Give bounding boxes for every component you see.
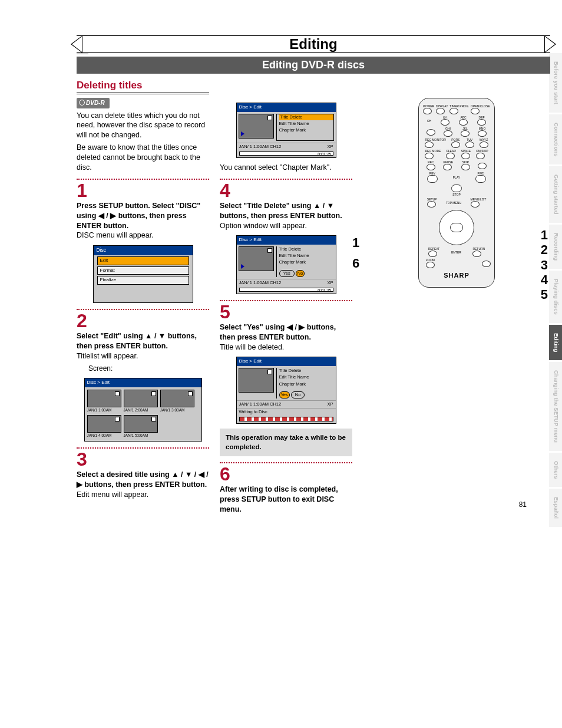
osd-breadcrumb: Disc > Edit [237,357,336,366]
remote-num-7 [451,141,460,148]
remote-label-display: DISPLAY [436,105,448,108]
remote-num-5 [461,130,470,137]
remote-rev [427,175,438,183]
remote-display-button [436,108,445,114]
step-number-1: 1 [77,181,209,200]
osd-writing: Writing to Disc [239,409,267,415]
titlelist-cell: JAN/1 5:00AM [124,415,158,439]
step5-result: Title will be deleted. [220,343,284,351]
remote-open-button [471,108,480,114]
remote-callouts-left: 1 6 [352,232,359,274]
column-left: DVD-R You can delete titles which you do… [77,98,209,500]
remote-num-6 [478,130,487,137]
column-remote: 1 6 1 2 3 4 5 POWER DISPLAY TIMER PROG. … [363,98,550,288]
step-divider [220,462,352,463]
remote-label-enter: ENTER [451,251,461,254]
page-title-bar: Editing [77,35,550,53]
remote-ch-up [427,129,435,136]
osd-time: 0:01:25 [318,151,331,157]
osd-breadcrumb: Disc > Edit [237,236,336,245]
remote-power-button [423,108,432,114]
osd-progress-bar: 0:01:25 [239,151,333,156]
chapter-mark-note: You cannot select "Chapter Mark". [220,163,352,173]
intro-paragraph-1: You can delete titles which you do not n… [77,111,209,141]
osd-thumbnail [239,246,274,271]
step3-result: Edit menu will appear. [77,490,148,499]
step3-instruction: Select a desired title using ▲ / ▼ / ◀ /… [77,470,209,489]
remote-menulist [471,201,480,207]
remote-num-0 [461,153,470,159]
step6-instruction: After writing to disc is completed, pres… [220,485,338,513]
remote-skip-back [461,164,470,170]
remote-brand: SHARP [422,272,491,279]
step-number-2: 2 [77,311,209,330]
screen-label: Screen: [88,364,209,373]
play-icon [241,264,244,269]
remote-cmskip [476,153,485,159]
remote-num-2 [459,119,468,126]
step-number-6: 6 [220,465,352,483]
remote-play [451,185,462,192]
remote-label-timer: TIMER PROG. [449,105,469,108]
intro-paragraph-2: Be aware to know that the titles once de… [77,143,209,173]
osd-edit-menu-1: Disc > Edit Title Delete Edit Title Name… [236,103,336,158]
osd-writing-progress [239,417,333,421]
titlelist-cell: JAN/1 2:00AM [124,390,158,413]
callout-r3: 3 [541,258,548,272]
osd-status-left: JAN/ 1 1:00AM CH12 [239,144,282,150]
step-number-4: 4 [220,181,352,200]
osd-edit-menu-3: Disc > Edit Title Delete Edit Title Name… [236,357,336,424]
osd-yes: Yes [279,391,290,398]
osd-status-right: XP [327,144,333,150]
remote-enter-button [450,223,463,232]
callout-6-left: 6 [352,253,359,274]
osd-menu-edit-title-name: Edit Title Name [279,121,333,127]
page-title: Editing [277,36,349,52]
osd-disc-format: Format [97,266,189,275]
callout-r5: 5 [541,287,548,302]
osd-menu-title-delete: Title Delete [279,246,334,252]
step-divider [220,179,352,180]
osd-progress-bar: 0:01:25 [239,288,333,292]
remote-setup-button [427,201,436,207]
step4-result: Option window will appear. [220,222,307,230]
callout-r2: 2 [541,242,548,257]
step-divider [77,447,209,449]
osd-no: No [296,270,305,277]
remote-dpad [439,210,474,245]
step-divider [220,300,352,301]
remote-label-ch: CH [427,120,431,123]
osd-titlelist: Disc > Edit JAN/1 1:00AM JAN/1 2:00AM JA… [84,378,202,442]
osd-menu-chapter-mark: Chapter Mark [279,127,333,133]
warning-note: This operation may take a while to be co… [220,429,352,456]
page-number: 81 [519,500,527,509]
remote-skip-fwd [478,163,487,169]
remote-callouts-right: 1 2 3 4 5 [541,228,548,302]
osd-disc-edit: Edit [97,256,189,265]
column-middle: Disc > Edit Title Delete Edit Title Name… [220,98,352,515]
dvd-r-badge-icon: DVD-R [77,98,110,108]
remote-zoom [426,262,435,268]
remote-num-9 [480,141,488,148]
page-subtitle: Editing DVD-R discs [77,57,550,74]
titlelist-cell: JAN/1 3:00AM [160,390,194,413]
titlelist-cell: JAN/1 4:00AM [87,415,121,439]
osd-menu-edit-title-name: Edit Title Name [279,374,334,380]
step-number-3: 3 [77,450,209,469]
osd-breadcrumb: Disc > Edit [237,103,336,112]
remote-return [472,251,481,257]
step1-result: DISC menu will appear. [77,231,154,239]
step4-instruction: Select "Title Delete" using ▲ / ▼ button… [220,202,342,220]
remote-pause [443,164,452,170]
callout-r1: 1 [541,228,548,242]
remote-clear [446,153,455,159]
osd-thumbnail [239,114,274,139]
osd-menu-edit-title-name: Edit Title Name [279,253,334,259]
osd-titlelist-header: Disc > Edit [85,378,201,387]
titlelist-cell: JAN/1 1:00AM [87,390,121,413]
osd-disc-finalize: Finalize [97,276,189,285]
remote-label-open: OPEN/CLOSE [471,105,490,108]
remote-num-1 [441,119,449,126]
remote-num-3 [477,119,486,126]
step2-result: Titlelist will appear. [77,352,138,360]
